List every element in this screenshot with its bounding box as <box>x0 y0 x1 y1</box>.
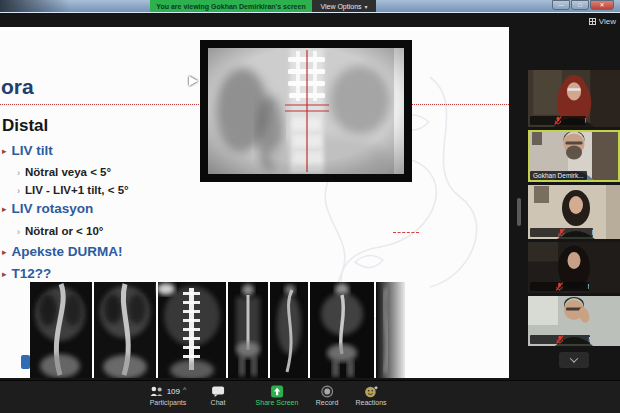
bullet-text: Nötral veya < 5° <box>25 166 111 178</box>
chat-icon <box>211 386 224 397</box>
red-dashed-annotation <box>393 232 419 233</box>
chevron-down-icon: ▾ <box>365 3 368 10</box>
maximize-button[interactable]: □ <box>571 0 589 10</box>
muted-mic-icon <box>533 228 590 237</box>
bullet-item: › LIV - LIV+1 tilt, < 5° <box>17 184 129 196</box>
participant-nametag: Gokhan Demirk... <box>530 171 587 180</box>
arrow-bullet-icon: ▸ <box>2 247 7 257</box>
participant-name: M.Serdar ME... <box>589 336 590 343</box>
slide-title-fragment: ora <box>1 75 34 99</box>
screen-share-banner: You are viewing Gokhan Demirkiran's scre… <box>150 0 312 12</box>
participant-name: Merve KARA... <box>588 283 589 290</box>
participants-icon <box>150 386 164 396</box>
participant-nametag: BURCU ŞENOL <box>530 228 593 237</box>
share-screen-label: Share Screen <box>256 399 299 406</box>
scoliosis-xray-strip <box>30 282 405 378</box>
chat-button[interactable]: Chat <box>211 384 226 406</box>
share-screen-icon <box>271 385 284 398</box>
reactions-label: Reactions <box>355 399 386 406</box>
video-thumbnail-gokhan-active-speaker[interactable]: Gokhan Demirk... <box>528 130 620 182</box>
slide-heading: Distal <box>2 116 48 136</box>
view-layout-button[interactable]: View <box>574 15 616 28</box>
view-button-label: View <box>599 17 616 26</box>
participant-nametag: Merve KARA... <box>530 282 589 291</box>
participants-label: Participants <box>150 399 187 406</box>
bullet-item: ▸ Apekste DURMA! <box>2 244 123 259</box>
titlebar-shadow <box>0 0 70 12</box>
bullet-text: LIV - LIV+1 tilt, < 5° <box>25 184 129 196</box>
chevron-down-icon <box>570 354 578 362</box>
muted-mic-icon <box>533 116 583 125</box>
bullet-item: › Nötral veya < 5° <box>17 166 111 178</box>
chevron-bullet-icon: › <box>17 227 20 237</box>
participant-name: Elif Dökünlü... <box>585 117 586 124</box>
muted-mic-icon <box>533 282 586 291</box>
arrow-bullet-icon: ▸ <box>2 146 7 156</box>
caret-up-icon[interactable]: ^ <box>183 386 186 393</box>
grid-view-icon <box>589 18 596 25</box>
arrow-bullet-icon: ▸ <box>2 269 7 279</box>
screen-share-banner-text: You are viewing Gokhan Demirkiran's scre… <box>156 3 305 10</box>
minimize-button[interactable]: — <box>552 0 570 10</box>
bullet-text: T12?? <box>12 266 52 281</box>
meeting-toolbar: 109 ^ Participants Chat Share Screen <box>0 380 620 413</box>
view-options-button[interactable]: View Options ▾ <box>312 0 376 12</box>
chevron-bullet-icon: › <box>17 168 20 178</box>
lumbar-xray-image <box>200 40 412 182</box>
view-options-label: View Options <box>320 3 361 10</box>
bullet-item: › Nötral or < 10° <box>17 225 103 237</box>
chevron-bullet-icon: › <box>17 186 20 196</box>
bullet-item: ▸ LIV rotasyon <box>2 201 93 216</box>
arrow-bullet-icon: ▸ <box>2 204 7 214</box>
record-icon <box>320 385 333 398</box>
participant-nametag: M.Serdar ME... <box>530 335 590 344</box>
presenter-cursor-icon <box>189 76 198 86</box>
chat-label: Chat <box>211 399 226 406</box>
close-button[interactable]: ✕ <box>590 0 614 10</box>
bullet-text: Nötral or < 10° <box>25 225 103 237</box>
muted-mic-icon <box>533 335 587 344</box>
shared-screen-slide: ora Distal ▸ LIV tilt › Nötral veya < 5°… <box>0 27 509 378</box>
participant-nametag: Elif Dökünlü... <box>530 116 586 125</box>
reactions-icon <box>364 385 378 398</box>
video-thumbnail-elif[interactable]: Elif Dökünlü... <box>528 70 620 127</box>
record-button[interactable]: Record <box>316 384 339 406</box>
bullet-text: LIV rotasyon <box>12 201 94 216</box>
bullet-text: Apekste DURMA! <box>12 244 123 259</box>
bullet-item: ▸ T12?? <box>2 266 51 281</box>
participants-button[interactable]: 109 ^ Participants <box>150 384 187 406</box>
participants-count: 109 <box>167 387 180 396</box>
bullet-item: ▸ LIV tilt <box>2 143 53 158</box>
reactions-button[interactable]: Reactions <box>355 384 386 406</box>
video-thumbnail-serdar[interactable]: M.Serdar ME... <box>528 296 620 346</box>
more-participants-button[interactable] <box>559 352 589 368</box>
video-thumbnail-merve[interactable]: Merve KARA... <box>528 242 620 293</box>
sidebar-scrollbar[interactable] <box>517 198 521 226</box>
video-thumbnail-burcu[interactable]: BURCU ŞENOL <box>528 185 620 239</box>
participant-name: Gokhan Demirk... <box>533 172 584 179</box>
bullet-text: LIV tilt <box>12 143 53 158</box>
zoom-meeting-window: — □ ✕ You are viewing Gokhan Demirkiran'… <box>0 0 620 413</box>
share-screen-button[interactable]: Share Screen <box>256 384 299 406</box>
slide-logo-fragment <box>21 355 30 369</box>
record-label: Record <box>316 399 339 406</box>
participant-name: BURCU ŞENOL <box>592 229 593 236</box>
titlebar-divider <box>0 12 620 13</box>
